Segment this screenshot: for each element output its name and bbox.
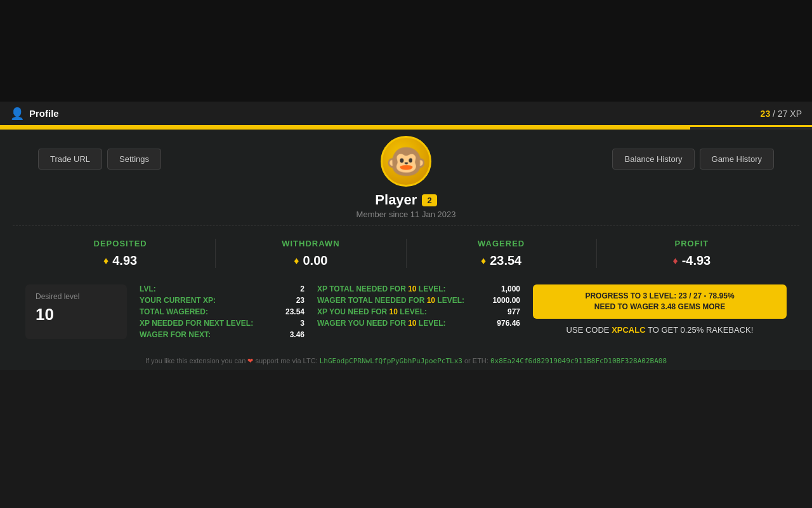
player-name: Player xyxy=(375,192,417,208)
tabs-right: Balance History Game History xyxy=(612,149,774,170)
xp-you-need-row: XP YOU NEED FOR 10 LEVEL: 977 xyxy=(317,307,520,316)
rakeback-text: USE CODE XPCALC TO GET 0.25% RAKEBACK! xyxy=(533,325,787,335)
progress-button[interactable]: PROGRESS TO 3 LEVEL: 23 / 27 - 78.95% NE… xyxy=(533,284,787,319)
current-xp-label: YOUR CURRENT XP: xyxy=(140,296,216,305)
footer-text3: or ETH: xyxy=(464,357,488,364)
details-section: Desired level 10 LVL: 2 YOUR CURRENT XP:… xyxy=(0,274,812,349)
current-xp-row: YOUR CURRENT XP: 23 xyxy=(140,296,304,305)
wager-next-label: WAGER FOR NEXT: xyxy=(140,330,211,339)
xp-total-value: 1,000 xyxy=(501,284,520,293)
desired-level-value: 10 xyxy=(36,305,54,324)
progress-btn-line2: NEED TO WAGER 3.48 GEMS MORE xyxy=(543,302,776,312)
wager-total-label: WAGER TOTAL NEEDED FOR 10 LEVEL: xyxy=(317,296,464,305)
trade-url-button[interactable]: Trade URL xyxy=(38,149,102,170)
desired-level-box: Desired level 10 xyxy=(25,284,127,339)
xp-total-row: XP TOTAL NEEDED FOR 10 LEVEL: 1,000 xyxy=(317,284,520,293)
profile-bar: 👤 Profile 23 / 27 XP xyxy=(0,102,812,127)
profile-title: Profile xyxy=(29,108,59,119)
progress-info-col: PROGRESS TO 3 LEVEL: 23 / 27 - 78.95% NE… xyxy=(533,284,787,339)
footer-support: If you like this extension you can ❤ sup… xyxy=(0,349,812,370)
wager-next-value: 3.46 xyxy=(290,330,304,339)
wager-total-row: WAGER TOTAL NEEDED FOR 10 LEVEL: 1000.00 xyxy=(317,296,520,305)
wager-total-value: 1000.00 xyxy=(493,296,520,305)
total-wagered-row: TOTAL WAGERED: 23.54 xyxy=(140,307,304,316)
stat-profit: PROFIT ♦ -4.93 xyxy=(597,239,787,268)
player-level-badge: 2 xyxy=(422,194,436,206)
ltc-address: LhGEodpCPRNwLfQfpPyGbhPuJpoePcTLx3 xyxy=(320,357,462,365)
xp-counter: 23 / 27 XP xyxy=(761,109,802,119)
total-wagered-label: TOTAL WAGERED: xyxy=(140,307,208,316)
footer-text2: support me via LTC: xyxy=(255,357,317,364)
player-section: Trade URL Settings 🐵 Player 2 Member sin… xyxy=(0,130,812,225)
progress-btn-line1: PROGRESS TO 3 LEVEL: 23 / 27 - 78.95% xyxy=(543,291,776,302)
withdrawn-gem-icon: ♦ xyxy=(294,255,299,267)
deposited-value: 4.93 xyxy=(112,253,137,268)
withdrawn-value: 0.00 xyxy=(303,253,327,268)
deposited-value-row: ♦ 4.93 xyxy=(103,253,137,268)
footer-text1: If you like this extension you can xyxy=(145,357,246,364)
wager-you-need-value: 976.46 xyxy=(497,319,520,328)
profit-value-row: ♦ -4.93 xyxy=(672,253,710,268)
player-name-row: Player 2 xyxy=(375,192,436,208)
rakeback-suffix: TO GET 0.25% RAKEBACK! xyxy=(648,325,753,335)
xp-current: 23 xyxy=(761,109,771,119)
wager-you-need-label: WAGER YOU NEED FOR 10 LEVEL: xyxy=(317,319,446,328)
xp-total-label: XP TOTAL NEEDED FOR 10 LEVEL: xyxy=(317,284,446,293)
profit-gem-icon: ♦ xyxy=(672,255,678,267)
wagered-label: WAGERED xyxy=(478,239,525,248)
withdrawn-label: WITHDRAWN xyxy=(282,239,339,248)
deposited-label: DEPOSITED xyxy=(94,239,147,248)
desired-level-label: Desired level xyxy=(36,292,79,301)
rakeback-code: XPCALC xyxy=(612,325,645,335)
xp-needed-value: 3 xyxy=(300,319,304,328)
xp-you-need-label: XP YOU NEED FOR 10 LEVEL: xyxy=(317,307,427,316)
profit-value: -4.93 xyxy=(682,253,711,268)
monkey-icon: 🐵 xyxy=(386,145,427,178)
top-area xyxy=(0,0,812,102)
player-avatar: 🐵 xyxy=(381,136,431,187)
wager-next-row: WAGER FOR NEXT: 3.46 xyxy=(140,330,304,339)
stat-withdrawn: WITHDRAWN ♦ 0.00 xyxy=(216,239,406,268)
settings-button[interactable]: Settings xyxy=(107,149,161,170)
xp-needed-label: XP NEEDED FOR NEXT LEVEL: xyxy=(140,319,253,328)
deposited-gem-icon: ♦ xyxy=(103,255,108,267)
main-panel: Trade URL Settings 🐵 Player 2 Member sin… xyxy=(0,130,812,370)
xp-you-need-value: 977 xyxy=(508,307,520,316)
xp-separator: / 27 XP xyxy=(773,109,802,119)
member-since: Member since 11 Jan 2023 xyxy=(357,210,456,219)
profile-bar-left: 👤 Profile xyxy=(10,107,59,121)
wager-you-need-row: WAGER YOU NEED FOR 10 LEVEL: 976.46 xyxy=(317,319,520,328)
user-icon: 👤 xyxy=(10,107,24,121)
rakeback-prefix: USE CODE xyxy=(566,325,610,335)
lvl-stats-col: LVL: 2 YOUR CURRENT XP: 23 TOTAL WAGERED… xyxy=(140,284,304,339)
stats-row: DEPOSITED ♦ 4.93 WITHDRAWN ♦ 0.00 WAGERE… xyxy=(0,226,812,274)
wagered-value: 23.54 xyxy=(490,253,521,268)
heart-icon: ❤ xyxy=(247,357,253,364)
lvl-value: 2 xyxy=(300,284,304,293)
stat-wagered: WAGERED ♦ 23.54 xyxy=(407,239,597,268)
xp-needed-col: XP TOTAL NEEDED FOR 10 LEVEL: 1,000 WAGE… xyxy=(317,284,520,339)
total-wagered-value: 23.54 xyxy=(285,307,304,316)
lvl-row: LVL: 2 xyxy=(140,284,304,293)
wagered-gem-icon: ♦ xyxy=(481,255,486,267)
eth-address: 0x8Ea24Cf6d82919049c911B8FcD10BF328A02BA… xyxy=(490,357,667,365)
current-xp-value: 23 xyxy=(296,296,304,305)
wagered-value-row: ♦ 23.54 xyxy=(481,253,521,268)
profit-label: PROFIT xyxy=(675,239,709,248)
game-history-button[interactable]: Game History xyxy=(700,149,774,170)
stat-deposited: DEPOSITED ♦ 4.93 xyxy=(25,239,216,268)
balance-history-button[interactable]: Balance History xyxy=(612,149,694,170)
withdrawn-value-row: ♦ 0.00 xyxy=(294,253,327,268)
xp-needed-row: XP NEEDED FOR NEXT LEVEL: 3 xyxy=(140,319,304,328)
lvl-label: LVL: xyxy=(140,284,156,293)
tabs-left: Trade URL Settings xyxy=(38,149,161,170)
